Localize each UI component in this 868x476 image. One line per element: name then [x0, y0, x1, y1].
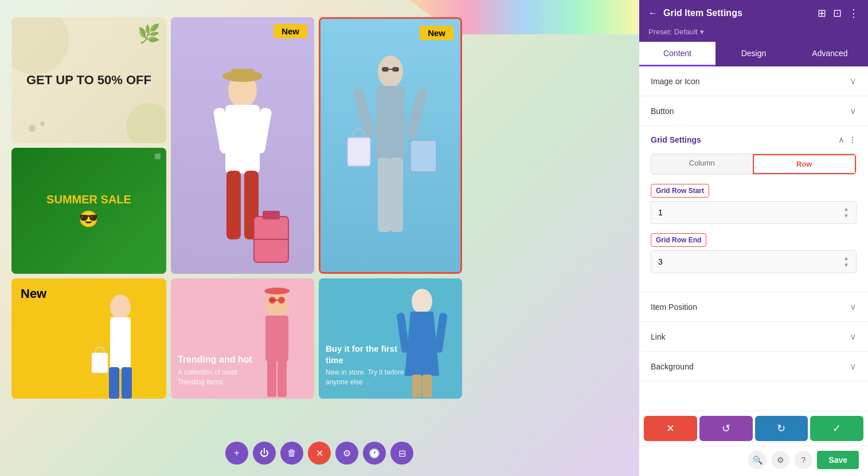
svg-rect-30 — [277, 360, 287, 397]
back-icon[interactable]: ← — [648, 8, 658, 18]
undo-btn[interactable]: ↺ — [699, 416, 753, 441]
panel-content: Image or Icon ∨ Button ∨ Grid Settings ∧… — [639, 66, 868, 411]
svg-rect-23 — [110, 317, 131, 369]
right-panel: ← Grid Item Settings ⊞ ⊡ ⋮ Preset: Defau… — [639, 0, 868, 476]
panel-preset[interactable]: Preset: Default ▾ — [639, 26, 868, 42]
section-background[interactable]: Background ∨ — [639, 352, 868, 381]
section-button-label: Button — [651, 107, 674, 116]
sliders-button[interactable]: ⊟ — [390, 442, 413, 465]
expand-icon[interactable]: ⊡ — [833, 7, 842, 19]
canvas-area: 🌿 GET UP TO 50% OFF — [0, 0, 639, 476]
panel-title: Grid Item Settings — [663, 8, 742, 18]
grid-row-start-input[interactable] — [658, 208, 843, 217]
grid-item-promo[interactable]: 🌿 GET UP TO 50% OFF — [11, 17, 166, 143]
sunglasses-icon: 😎 — [46, 210, 131, 229]
tab-content[interactable]: Content — [639, 42, 715, 66]
grid-row-end-input-wrapper: ▲ ▼ — [651, 250, 857, 273]
badge-new-bags: New — [420, 26, 453, 40]
resize-icon[interactable]: ⊞ — [818, 7, 826, 19]
chevron-up-grid[interactable]: ∧ — [838, 135, 844, 144]
panel-save-bar: 🔍 ⚙ ? Save — [639, 446, 868, 476]
section-image-or-icon[interactable]: Image or Icon ∨ — [639, 66, 868, 96]
stepper-up[interactable]: ▲ — [843, 206, 849, 212]
trending-text-block: Trending and hot A collection of most Tr… — [178, 354, 257, 387]
grid-item-new-yellow[interactable]: New — [11, 278, 166, 399]
svg-rect-17 — [347, 137, 370, 166]
svg-rect-39 — [412, 375, 421, 398]
section-link[interactable]: Link ∨ — [639, 322, 868, 352]
time-button[interactable]: 🕐 — [363, 442, 386, 465]
svg-rect-12 — [376, 86, 405, 160]
section-image-label: Image or Icon — [651, 77, 700, 86]
svg-rect-15 — [378, 158, 390, 232]
svg-rect-20 — [392, 67, 399, 72]
summer-sale-text: SUMMER SALE 😎 — [46, 194, 131, 229]
grid-row-end-stepper[interactable]: ▲ ▼ — [843, 255, 849, 268]
svg-rect-4 — [226, 171, 241, 239]
yellow-item-figure — [75, 278, 166, 399]
svg-rect-26 — [92, 353, 108, 373]
grid-row-start-input-wrapper: ▲ ▼ — [651, 201, 857, 224]
panel-header: ← Grid Item Settings ⊞ ⊡ ⋮ — [639, 0, 868, 26]
section-item-position[interactable]: Item Position ∨ — [639, 292, 868, 322]
section-item-position-label: Item Position — [651, 302, 697, 312]
svg-point-27 — [265, 290, 288, 318]
grid-row-start-stepper[interactable]: ▲ ▼ — [843, 206, 849, 219]
help-icon-bottom[interactable]: ? — [794, 451, 812, 469]
tab-design[interactable]: Design — [715, 42, 792, 66]
grid-item-new-luggage[interactable]: New — [171, 17, 314, 274]
stepper-up-end[interactable]: ▲ — [843, 255, 849, 261]
grid-row-end-label: Grid Row End — [651, 233, 706, 247]
svg-point-34 — [264, 288, 290, 294]
settings-icon-bottom[interactable]: ⚙ — [771, 451, 789, 469]
column-row-toggle: Column Row — [651, 154, 857, 175]
tab-advanced[interactable]: Advanced — [792, 42, 868, 66]
grid-item-new-bags-selected[interactable]: New — [319, 17, 462, 274]
deco-dot — [155, 154, 161, 159]
confirm-btn[interactable]: ✓ — [810, 416, 863, 441]
canvas-toolbar: + ⏻ 🗑 ✕ ⚙ 🕐 ⊟ — [225, 442, 413, 465]
svg-rect-1 — [225, 105, 260, 174]
svg-point-11 — [378, 56, 403, 88]
badge-new-luggage: New — [273, 24, 307, 38]
toggle-column[interactable]: Column — [651, 154, 753, 174]
grid-item-buy-first[interactable]: Buy it for the first time New in store. … — [319, 278, 462, 399]
more-options-grid[interactable]: ⋮ — [849, 135, 857, 144]
svg-point-22 — [110, 294, 131, 320]
stepper-down-end[interactable]: ▼ — [843, 262, 849, 268]
svg-rect-28 — [265, 316, 288, 361]
panel-tabs: Content Design Advanced — [639, 42, 868, 66]
section-button[interactable]: Button ∨ — [639, 96, 868, 126]
svg-rect-16 — [390, 158, 403, 232]
grid-row-end-field: Grid Row End ▲ ▼ — [651, 233, 857, 273]
save-button[interactable]: Save — [817, 451, 859, 469]
grid-item-summer-sale[interactable]: SUMMER SALE 😎 — [11, 148, 166, 274]
section-grid-settings: Grid Settings ∧ ⋮ Column Row Grid Row St… — [639, 126, 868, 292]
search-icon-bottom[interactable]: 🔍 — [748, 451, 767, 469]
power-button[interactable]: ⏻ — [253, 442, 276, 465]
more-icon[interactable]: ⋮ — [849, 7, 859, 19]
trash-button[interactable]: 🗑 — [280, 442, 303, 465]
stepper-down[interactable]: ▼ — [843, 213, 849, 219]
svg-rect-10 — [231, 69, 254, 79]
add-button[interactable]: + — [225, 442, 248, 465]
svg-point-32 — [278, 297, 285, 304]
redo-btn[interactable]: ↻ — [755, 416, 808, 441]
chevron-background: ∨ — [850, 361, 857, 372]
svg-rect-29 — [267, 360, 276, 397]
close-button[interactable]: ✕ — [308, 442, 331, 465]
svg-rect-18 — [410, 140, 436, 172]
grid-item-trending[interactable]: Trending and hot A collection of most Tr… — [171, 278, 314, 399]
toggle-row[interactable]: Row — [753, 154, 857, 174]
leaf-decoration: 🌿 — [138, 23, 161, 45]
settings-button[interactable]: ⚙ — [335, 442, 358, 465]
grid-settings-label: Grid Settings — [651, 135, 701, 144]
promo-text: GET UP TO 50% OFF — [26, 73, 151, 88]
grid-row-end-input[interactable] — [658, 257, 843, 266]
chevron-image: ∨ — [850, 76, 857, 86]
delete-btn[interactable]: ✕ — [644, 416, 697, 441]
fashion-figure-svg — [185, 45, 300, 274]
svg-rect-19 — [382, 67, 389, 72]
chevron-link: ∨ — [850, 331, 857, 342]
grid-settings-actions: ∧ ⋮ — [838, 135, 857, 144]
